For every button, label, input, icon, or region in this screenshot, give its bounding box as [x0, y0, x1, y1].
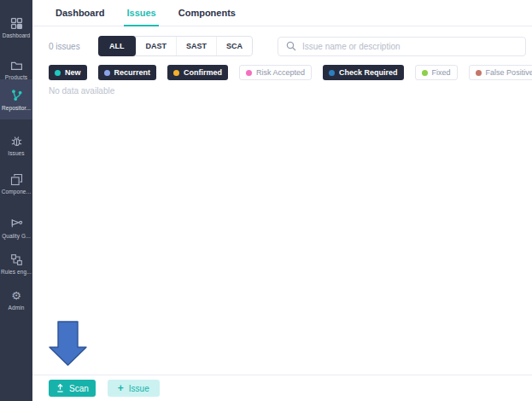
segment-sast[interactable]: SAST	[176, 37, 216, 55]
tab-issues[interactable]: Issues	[124, 0, 158, 26]
scan-button-label: Scan	[69, 384, 89, 393]
sidebar-item-issues[interactable]: Issues	[0, 126, 32, 164]
main-content: Dashboard Issues Components 0 issues ALL…	[32, 0, 532, 401]
sidebar-item-rules-engine[interactable]: Rules eng...	[0, 245, 32, 282]
filter-chip-check-required[interactable]: Check Required	[323, 65, 404, 80]
filter-chip-fixed[interactable]: Fixed	[415, 65, 458, 80]
status-dot	[476, 70, 482, 76]
sidebar-item-quality-gates[interactable]: Quality G...	[0, 209, 32, 247]
add-issue-button[interactable]: + Issue	[108, 380, 160, 397]
rules-engine-icon	[9, 253, 23, 266]
search-input[interactable]	[302, 42, 517, 51]
status-filter-row: New Recurrent Confirmed Risk Accepted Ch…	[49, 65, 532, 80]
plus-icon: +	[118, 384, 124, 392]
upload-icon	[56, 383, 65, 393]
status-dot	[329, 70, 335, 76]
filter-chip-risk-accepted[interactable]: Risk Accepted	[239, 65, 312, 80]
sidebar-item-components[interactable]: Compone...	[0, 165, 32, 202]
filter-chip-label: New	[65, 68, 81, 77]
filter-chip-label: Check Required	[339, 68, 398, 77]
folder-icon	[9, 58, 23, 72]
tab-components[interactable]: Components	[176, 0, 238, 26]
sidebar-item-label: Repositor...	[2, 105, 31, 111]
scan-button[interactable]: Scan	[49, 380, 96, 397]
app-window: Dashboard Products Repositor...	[0, 0, 532, 401]
gear-icon: ⚙	[9, 288, 23, 302]
filter-chip-label: Confirmed	[184, 68, 222, 77]
sidebar-item-repositories[interactable]: Repositor...	[0, 79, 32, 119]
search-icon	[286, 41, 296, 51]
filter-chip-new[interactable]: New	[49, 65, 87, 80]
sidebar-item-label: Dashboard	[3, 32, 31, 38]
issue-count: 0 issues	[49, 42, 98, 51]
annotation-arrow-down	[49, 321, 88, 367]
filter-chip-label: Fixed	[432, 68, 451, 77]
filter-chip-label: Recurrent	[114, 68, 151, 77]
sidebar-item-label: Compone...	[2, 189, 32, 195]
filter-chip-label: Risk Accepted	[256, 68, 305, 77]
search-box[interactable]	[278, 37, 526, 56]
issue-button-label: Issue	[129, 384, 149, 393]
action-bar: Scan + Issue	[32, 375, 532, 401]
filter-chip-confirmed[interactable]: Confirmed	[167, 65, 228, 80]
filter-chip-label: False Positive	[486, 68, 532, 77]
filter-chip-recurrent[interactable]: Recurrent	[98, 65, 157, 80]
issues-toolbar: 0 issues ALL DAST SAST SCA	[49, 36, 526, 56]
sidebar-item-label: Quality G...	[2, 233, 31, 239]
status-dot	[173, 70, 179, 76]
bug-icon	[9, 134, 23, 148]
status-dot	[55, 70, 61, 76]
sidebar-item-admin[interactable]: ⚙ Admin	[0, 281, 32, 318]
status-dot	[422, 70, 428, 76]
status-dot	[246, 70, 252, 76]
scan-type-segmented-control: ALL DAST SAST SCA	[98, 36, 253, 56]
empty-state-message: No data available	[49, 86, 532, 96]
dashboard-icon	[9, 16, 23, 30]
status-dot	[104, 70, 110, 76]
segment-all[interactable]: ALL	[98, 36, 136, 56]
tab-bar: Dashboard Issues Components	[32, 0, 532, 26]
sidebar-item-dashboard[interactable]: Dashboard	[0, 9, 32, 46]
sidebar-item-label: Admin	[9, 305, 25, 311]
sidebar: Dashboard Products Repositor...	[0, 0, 32, 401]
segment-dast[interactable]: DAST	[136, 37, 177, 55]
git-branch-icon	[9, 89, 23, 102]
tab-dashboard[interactable]: Dashboard	[53, 0, 107, 26]
sidebar-item-label: Issues	[8, 150, 24, 156]
filter-chip-false-positive[interactable]: False Positive	[469, 65, 532, 80]
quality-gate-icon	[9, 217, 23, 230]
sidebar-item-label: Rules eng...	[1, 269, 32, 275]
components-icon	[9, 172, 23, 186]
segment-sca[interactable]: SCA	[216, 37, 252, 55]
